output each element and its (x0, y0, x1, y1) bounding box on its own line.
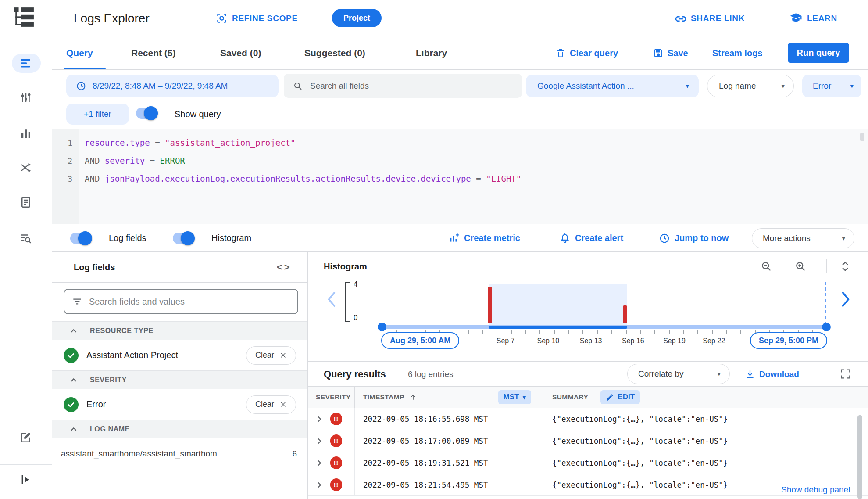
results-scrollbar[interactable] (857, 415, 862, 499)
correlate-by-button[interactable]: Correlate by ▾ (627, 364, 730, 384)
range-start-chip[interactable]: Aug 29, 5:00 AM (381, 332, 459, 349)
y-axis-min-label: 0 (354, 313, 357, 322)
column-severity: SEVERITY (308, 387, 355, 408)
jump-to-now-button[interactable]: Jump to now (659, 224, 729, 252)
query-editor[interactable]: 123 resource.type = "assistant_action_pr… (52, 129, 868, 224)
timeline-handle-start[interactable] (378, 323, 386, 331)
search-all-fields[interactable] (284, 74, 522, 98)
timezone-chip[interactable]: MST ▾ (498, 390, 531, 404)
more-actions-button[interactable]: More actions ▾ (752, 228, 854, 248)
timeline-handle-end[interactable] (822, 323, 831, 331)
divider (268, 261, 268, 274)
histogram-toggle[interactable] (173, 233, 192, 244)
edit-summary-button[interactable]: EDIT (600, 390, 640, 404)
tab-query[interactable]: Query (66, 36, 93, 70)
log-fields-section-header[interactable]: LOG NAME (52, 420, 307, 438)
table-row[interactable]: !!2022-09-05 18:17:00.089 MST{"execution… (308, 430, 868, 452)
timeline-tick (611, 330, 612, 334)
log-name-filter-chip[interactable]: Log name ▾ (707, 75, 794, 97)
histogram-next-icon[interactable] (841, 291, 850, 308)
timeline-tick (683, 330, 684, 334)
timeline-tick-label: Sep 16 (622, 337, 644, 345)
run-query-button[interactable]: Run query (788, 43, 849, 63)
chevron-down-icon: ▾ (717, 370, 721, 378)
sidebar-item-log-storage[interactable] (19, 196, 32, 209)
tab-library[interactable]: Library (416, 36, 447, 70)
clear-filter-button[interactable]: Clear (246, 395, 296, 414)
log-field-item[interactable]: assistant_smarthome/assistant_smarthom…6 (52, 438, 307, 469)
histogram-plot[interactable]: Aug 29, 5:00 AM Sep 29, 5:00 PM Sep 7Sep… (382, 282, 826, 352)
sidebar-item-log-dashboard[interactable] (19, 91, 32, 104)
log-field-item[interactable]: Assistant Action ProjectClear (52, 340, 307, 370)
log-fields-panel: Log fields <> RESOURCE TYPEAssistant Act… (52, 252, 308, 499)
log-fields-search-input[interactable] (89, 297, 290, 307)
expand-row-icon[interactable] (314, 458, 325, 468)
log-fields-section-header[interactable]: SEVERITY (52, 370, 307, 389)
cloud-logging-logo-icon (12, 6, 35, 28)
range-end-chip[interactable]: Sep 29, 5:00 PM (750, 332, 827, 349)
share-link-button[interactable]: SHARE LINK (691, 0, 745, 36)
timeline-tick (568, 330, 569, 334)
timeline-tick (511, 330, 512, 334)
refine-scope-button[interactable]: REFINE SCOPE (232, 0, 298, 36)
active-tab-underline (64, 68, 106, 69)
project-scope-badge[interactable]: Project (332, 9, 382, 27)
clear-filter-button[interactable]: Clear (246, 346, 296, 365)
learn-button[interactable]: LEARN (807, 0, 837, 36)
field-count: 6 (292, 449, 297, 459)
download-button[interactable]: Download (744, 362, 799, 387)
line-number: 1 (52, 134, 79, 152)
query-code[interactable]: resource.type = "assistant_action_projec… (85, 134, 855, 188)
section-label: LOG NAME (90, 425, 130, 433)
stream-logs-button[interactable]: Stream logs (712, 36, 762, 70)
collapse-panel-icon[interactable]: <> (277, 252, 292, 283)
timeline-tick (712, 330, 713, 334)
expand-row-icon[interactable] (314, 414, 325, 424)
save-button[interactable]: Save (653, 36, 688, 70)
tab-saved[interactable]: Saved (0) (220, 36, 261, 70)
zoom-in-icon[interactable] (794, 260, 807, 273)
refine-scope-icon (216, 12, 228, 24)
table-row[interactable]: !!2022-09-05 18:16:55.698 MST{"execution… (308, 408, 868, 430)
log-field-item[interactable]: ErrorClear (52, 389, 307, 420)
show-query-toggle[interactable] (136, 108, 155, 119)
log-fields-section-header[interactable]: RESOURCE TYPE (52, 321, 307, 340)
sidebar-item-log-analytics[interactable] (19, 232, 32, 245)
clear-query-button[interactable]: Clear query (555, 36, 618, 70)
expand-row-icon[interactable] (314, 480, 325, 490)
table-row[interactable]: !!2022-09-05 18:19:31.521 MST{"execution… (308, 452, 868, 474)
log-fields-toggle[interactable] (70, 233, 89, 244)
query-code-line: AND severity = ERROR (85, 152, 855, 170)
log-fields-search[interactable] (64, 289, 298, 314)
timestamp-cell: 2022-09-05 18:17:00.089 MST (355, 430, 541, 452)
expand-row-icon[interactable] (314, 436, 325, 446)
show-debug-panel-link[interactable]: Show debug panel (779, 484, 852, 495)
sidebar-item-logs-explorer[interactable] (19, 57, 32, 70)
expand-sidebar-icon[interactable] (19, 473, 32, 486)
zoom-out-icon[interactable] (760, 260, 772, 273)
histogram-prev-icon[interactable] (327, 291, 336, 308)
tab-recent[interactable]: Recent (5) (131, 36, 176, 70)
sort-ascending-icon (409, 393, 418, 402)
fullscreen-icon[interactable] (839, 368, 852, 380)
create-alert-button[interactable]: Create alert (559, 224, 623, 252)
sidebar-item-feedback[interactable] (19, 431, 32, 444)
editor-scrollbar[interactable] (860, 133, 864, 141)
time-range-chip[interactable]: 8/29/22, 8:48 AM – 9/29/22, 9:48 AM (66, 75, 279, 97)
search-all-fields-input[interactable] (310, 81, 513, 91)
sidebar-item-log-router[interactable] (19, 161, 32, 174)
resource-filter-chip[interactable]: Google Assistant Action ... ▾ (526, 75, 699, 97)
severity-cell: !! (308, 408, 355, 430)
sidebar-item-logs-metrics[interactable] (19, 127, 32, 140)
unfold-panel-icon[interactable] (839, 260, 851, 273)
log-fields-toggle-label: Log fields (109, 224, 146, 252)
query-results-title: Query results (324, 362, 386, 387)
page-title: Logs Explorer (74, 0, 150, 36)
severity-filter-chip[interactable]: Error ▾ (802, 75, 861, 97)
tab-suggested[interactable]: Suggested (0) (304, 36, 365, 70)
create-metric-button[interactable]: Create metric (448, 224, 520, 252)
timeline-selection[interactable] (489, 326, 627, 329)
column-timestamp[interactable]: TIMESTAMP MST ▾ (355, 387, 541, 408)
chevron-down-icon: ▾ (522, 393, 526, 401)
additional-filter-chip[interactable]: +1 filter (66, 104, 129, 125)
